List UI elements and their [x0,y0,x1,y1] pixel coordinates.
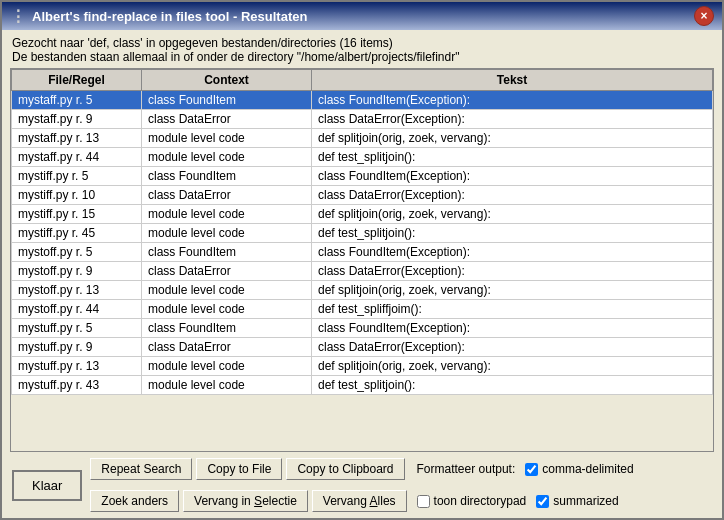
table-cell-3-1: module level code [142,148,312,167]
copy-to-clipboard-button[interactable]: Copy to Clipboard [286,458,404,480]
table-cell-1-2: class DataError(Exception): [312,110,713,129]
table-row[interactable]: mystiff.py r. 5class FoundItemclass Foun… [12,167,713,186]
table-cell-8-1: class FoundItem [142,243,312,262]
table-cell-15-2: def test_splitjoin(): [312,376,713,395]
vervang-alles-button[interactable]: Vervang Alles [312,490,407,512]
bottom-area: Klaar Repeat Search Copy to File Copy to… [2,452,722,518]
table-cell-10-1: module level code [142,281,312,300]
table-cell-6-2: def splitjoin(orig, zoek, vervang): [312,205,713,224]
table-cell-13-0: mystuff.py r. 9 [12,338,142,357]
table-cell-5-1: class DataError [142,186,312,205]
table-cell-14-1: module level code [142,357,312,376]
table-cell-14-0: mystuff.py r. 13 [12,357,142,376]
klaar-button[interactable]: Klaar [12,470,82,501]
table-row[interactable]: mystoff.py r. 5class FoundItemclass Foun… [12,243,713,262]
summarized-checkbox-label[interactable]: summarized [536,494,618,508]
col-header-file: File/Regel [12,70,142,91]
table-cell-11-0: mystoff.py r. 44 [12,300,142,319]
table-cell-11-2: def test_spliffjoim(): [312,300,713,319]
main-window: ⋮ Albert's find-replace in files tool - … [0,0,724,520]
table-cell-0-1: class FoundItem [142,91,312,110]
table-row[interactable]: mystiff.py r. 10class DataErrorclass Dat… [12,186,713,205]
table-cell-12-0: mystuff.py r. 5 [12,319,142,338]
titlebar: ⋮ Albert's find-replace in files tool - … [2,2,722,30]
table-cell-2-0: mystaff.py r. 13 [12,129,142,148]
toon-directorypad-label: toon directorypad [434,494,527,508]
table-row[interactable]: mystaff.py r. 44module level codedef tes… [12,148,713,167]
bottom-main: Klaar Repeat Search Copy to File Copy to… [12,458,712,512]
table-cell-1-0: mystaff.py r. 9 [12,110,142,129]
table-cell-13-2: class DataError(Exception): [312,338,713,357]
summarized-checkbox[interactable] [536,495,549,508]
table-cell-8-2: class FoundItem(Exception): [312,243,713,262]
comma-delimited-checkbox[interactable] [525,463,538,476]
table-cell-2-1: module level code [142,129,312,148]
drag-handle-icon: ⋮ [10,7,26,26]
table-cell-10-0: mystoff.py r. 13 [12,281,142,300]
table-cell-8-0: mystoff.py r. 5 [12,243,142,262]
table-cell-9-1: class DataError [142,262,312,281]
results-table-container: File/Regel Context Tekst mystaff.py r. 5… [10,68,714,452]
format-label: Formatteer output: [417,462,516,476]
summarized-label: summarized [553,494,618,508]
table-cell-15-0: mystuff.py r. 43 [12,376,142,395]
info-line2: De bestanden staan allemaal in of onder … [12,50,712,64]
table-cell-9-0: mystoff.py r. 9 [12,262,142,281]
table-cell-12-2: class FoundItem(Exception): [312,319,713,338]
table-row[interactable]: mystoff.py r. 13module level codedef spl… [12,281,713,300]
table-row[interactable]: mystuff.py r. 13module level codedef spl… [12,357,713,376]
comma-delimited-label: comma-delimited [542,462,633,476]
zoek-anders-button[interactable]: Zoek anders [90,490,179,512]
table-cell-4-0: mystiff.py r. 5 [12,167,142,186]
col-header-context: Context [142,70,312,91]
table-cell-5-0: mystiff.py r. 10 [12,186,142,205]
table-cell-9-2: class DataError(Exception): [312,262,713,281]
info-area: Gezocht naar 'def, class' in opgegeven b… [2,30,722,68]
table-cell-3-0: mystaff.py r. 44 [12,148,142,167]
table-cell-7-0: mystiff.py r. 45 [12,224,142,243]
table-cell-6-0: mystiff.py r. 15 [12,205,142,224]
comma-delimited-checkbox-label[interactable]: comma-delimited [525,462,633,476]
table-cell-0-0: mystaff.py r. 5 [12,91,142,110]
col-header-text: Tekst [312,70,713,91]
table-cell-1-1: class DataError [142,110,312,129]
table-cell-6-1: module level code [142,205,312,224]
copy-to-file-button[interactable]: Copy to File [196,458,282,480]
table-row[interactable]: mystuff.py r. 9class DataErrorclass Data… [12,338,713,357]
table-row[interactable]: mystaff.py r. 13module level codedef spl… [12,129,713,148]
table-cell-4-2: class FoundItem(Exception): [312,167,713,186]
close-button[interactable]: × [694,6,714,26]
window-title: Albert's find-replace in files tool - Re… [32,9,307,24]
table-cell-14-2: def splitjoin(orig, zoek, vervang): [312,357,713,376]
table-cell-3-2: def test_splitjoin(): [312,148,713,167]
titlebar-left: ⋮ Albert's find-replace in files tool - … [10,7,307,26]
table-row[interactable]: mystaff.py r. 5class FoundItemclass Foun… [12,91,713,110]
toon-directorypad-checkbox[interactable] [417,495,430,508]
vervang-alles-label: Vervang Alles [323,494,396,508]
table-row[interactable]: mystoff.py r. 44module level codedef tes… [12,300,713,319]
table-row[interactable]: mystuff.py r. 5class FoundItemclass Foun… [12,319,713,338]
info-line1: Gezocht naar 'def, class' in opgegeven b… [12,36,712,50]
btn-row-2: Zoek anders Vervang in Selectie Vervang … [90,490,633,512]
table-cell-7-1: module level code [142,224,312,243]
table-cell-11-1: module level code [142,300,312,319]
btn-row-1: Repeat Search Copy to File Copy to Clipb… [90,458,633,480]
table-cell-4-1: class FoundItem [142,167,312,186]
results-table: File/Regel Context Tekst mystaff.py r. 5… [11,69,713,395]
table-cell-5-2: class DataError(Exception): [312,186,713,205]
vervang-selectie-label: Vervang in Selectie [194,494,297,508]
table-cell-15-1: module level code [142,376,312,395]
table-cell-10-2: def splitjoin(orig, zoek, vervang): [312,281,713,300]
repeat-search-button[interactable]: Repeat Search [90,458,192,480]
table-cell-7-2: def test_splitjoin(): [312,224,713,243]
table-cell-2-2: def splitjoin(orig, zoek, vervang): [312,129,713,148]
toon-directorypad-checkbox-label[interactable]: toon directorypad [417,494,527,508]
table-row[interactable]: mystuff.py r. 43module level codedef tes… [12,376,713,395]
table-row[interactable]: mystaff.py r. 9class DataErrorclass Data… [12,110,713,129]
vervang-selectie-button[interactable]: Vervang in Selectie [183,490,308,512]
table-row[interactable]: mystoff.py r. 9class DataErrorclass Data… [12,262,713,281]
right-section: Repeat Search Copy to File Copy to Clipb… [90,458,633,512]
table-row[interactable]: mystiff.py r. 15module level codedef spl… [12,205,713,224]
table-cell-13-1: class DataError [142,338,312,357]
table-row[interactable]: mystiff.py r. 45module level codedef tes… [12,224,713,243]
